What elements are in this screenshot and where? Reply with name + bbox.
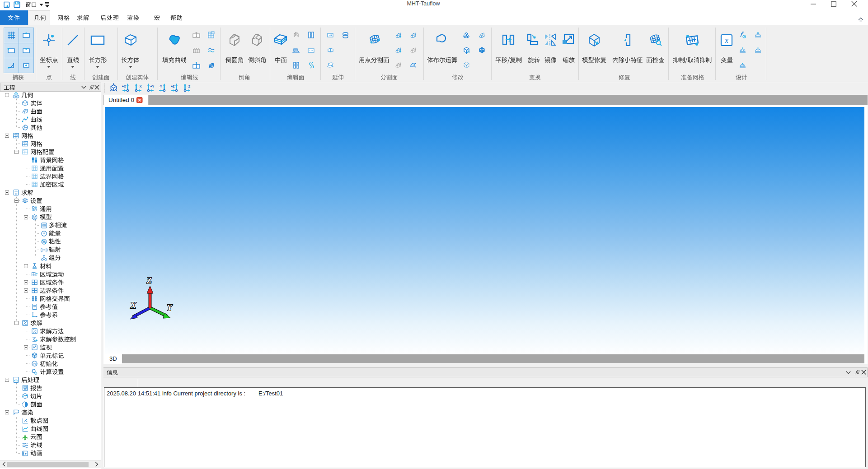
- svg-text:+Z: +Z: [171, 84, 175, 88]
- svg-text:-Y: -Y: [159, 84, 162, 88]
- svg-text:+Y: +Y: [150, 84, 154, 88]
- svg-text:X: X: [130, 301, 137, 310]
- svg-text:+X: +X: [122, 84, 126, 88]
- svg-text:-Z: -Z: [187, 84, 190, 88]
- svg-text:t=0: t=0: [33, 362, 37, 365]
- svg-text:x: x: [724, 36, 728, 45]
- svg-text:-X: -X: [138, 84, 141, 88]
- svg-text:Y: Y: [167, 303, 173, 312]
- svg-text:Z: Z: [146, 276, 152, 285]
